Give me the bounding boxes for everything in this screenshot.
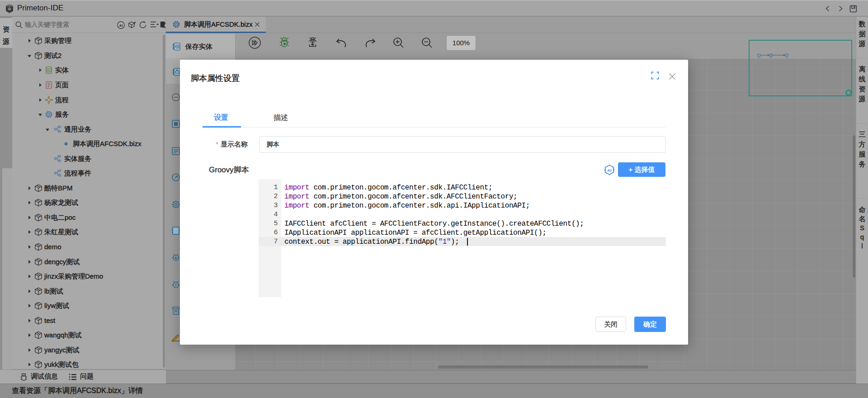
svg-text:AI: AI: [607, 168, 612, 173]
